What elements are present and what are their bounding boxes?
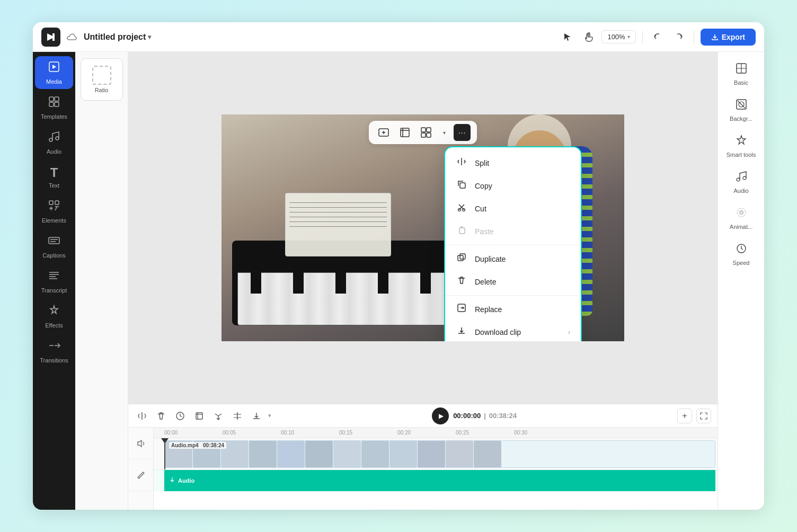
main-content: Media Templates (33, 52, 764, 510)
svg-rect-27 (458, 255, 463, 261)
right-tool-basic[interactable]: Basic (721, 58, 761, 90)
right-tool-background[interactable]: Backgr... (721, 94, 761, 126)
sidebar-item-elements[interactable]: Elements (35, 195, 73, 228)
sidebar-item-effects[interactable]: Effects (35, 300, 73, 333)
timeline-trim-button[interactable] (230, 409, 245, 423)
timeline-crop-button[interactable] (192, 409, 207, 423)
audio-track: Audio (154, 470, 718, 491)
app-container: Untitled project ▾ 100% ▾ (33, 22, 764, 510)
replace-label: Replace (475, 305, 570, 314)
download-clip-arrow-icon: › (568, 329, 570, 336)
basic-label: Basic (734, 79, 748, 86)
sidebar-item-transcript[interactable]: Transcript (35, 265, 73, 298)
more-options-button[interactable]: ··· (454, 124, 471, 141)
context-menu-copy[interactable]: Copy (445, 174, 581, 197)
sidebar-item-transitions[interactable]: Transitions (35, 335, 73, 368)
captions-icon (48, 234, 60, 250)
editor-area: ▾ ··· (128, 52, 718, 510)
add-to-timeline-button[interactable] (375, 124, 392, 141)
svg-point-6 (56, 137, 59, 140)
right-tool-animate[interactable]: Animat... (721, 202, 761, 234)
undo-button[interactable] (649, 29, 666, 46)
timeline-download-button[interactable] (249, 409, 264, 423)
layout-button[interactable] (418, 124, 435, 141)
time-current: 00:00:00 (453, 412, 481, 420)
right-tool-audio[interactable]: Audio (721, 166, 761, 198)
download-clip-icon (456, 326, 467, 338)
captions-label: Captions (42, 252, 65, 259)
context-menu-delete[interactable]: Delete (445, 270, 581, 293)
timeline-zoom-in-button[interactable]: + (677, 409, 692, 423)
ruler-mark-6: 00:30 (514, 430, 527, 436)
timeline-delete-button[interactable] (154, 409, 169, 423)
context-menu-split[interactable]: Split (445, 152, 581, 174)
ruler-mark-0: 00:00 (164, 430, 178, 436)
edit-label (128, 459, 153, 491)
layout-expand-button[interactable]: ▾ (439, 124, 449, 141)
svg-rect-4 (55, 102, 59, 107)
sidebar-item-text[interactable]: T Text (35, 161, 73, 193)
video-track: Audio.mp4 00:38:24 (154, 438, 718, 470)
crop-button[interactable] (396, 124, 413, 141)
speed-icon (736, 243, 747, 258)
elements-icon (48, 199, 60, 215)
timeline-tracks: 00:00 00:05 00:10 00:15 00:20 00:25 00:3… (128, 428, 718, 510)
export-button[interactable]: Export (701, 29, 756, 46)
right-tool-speed[interactable]: Speed (721, 238, 761, 270)
svg-rect-9 (49, 237, 59, 244)
play-button[interactable]: ▶ (432, 407, 449, 424)
sidebar-item-media[interactable]: Media (35, 56, 73, 89)
hand-tool-button[interactable] (580, 29, 597, 46)
background-icon (736, 99, 747, 113)
project-name[interactable]: Untitled project ▾ (84, 32, 151, 42)
delete-icon (456, 276, 467, 288)
right-sidebar: Basic Backgr... Smart to (718, 52, 764, 510)
timeline-split-button[interactable] (135, 409, 149, 423)
svg-point-50 (743, 176, 746, 180)
ratio-item[interactable]: Ratio (81, 58, 123, 101)
templates-icon (48, 95, 60, 111)
svg-rect-17 (401, 128, 409, 137)
sidebar-item-captions[interactable]: Captions (35, 230, 73, 263)
svg-point-51 (737, 208, 746, 217)
split-label: Split (475, 159, 570, 167)
redo-button[interactable] (670, 29, 687, 46)
svg-rect-7 (49, 201, 53, 205)
pointer-tool-button[interactable] (559, 29, 576, 46)
ratio-label: Ratio (95, 87, 109, 93)
right-tool-smart-tools[interactable]: Smart tools (721, 130, 761, 162)
duplicate-icon (456, 253, 467, 265)
timeline-speed-button[interactable] (173, 409, 188, 423)
video-clip[interactable]: Audio.mp4 00:38:24 (164, 440, 715, 468)
context-menu-duplicate[interactable]: Duplicate (445, 247, 581, 270)
ruler-mark-3: 00:15 (339, 430, 352, 436)
cloud-save-icon (67, 32, 77, 42)
timeline-fullscreen-button[interactable] (696, 409, 711, 423)
sidebar-item-templates[interactable]: Templates (35, 91, 73, 124)
export-label: Export (722, 33, 745, 41)
split-icon (456, 157, 467, 169)
video-preview: ▾ ··· (222, 114, 624, 341)
track-labels (128, 428, 154, 510)
svg-rect-20 (421, 133, 426, 137)
audio-clip[interactable]: Audio (164, 470, 715, 491)
replace-icon (456, 303, 467, 315)
effects-icon (48, 304, 60, 320)
animate-icon (736, 207, 747, 221)
context-menu-paste: Paste (445, 220, 581, 243)
svg-rect-21 (427, 133, 431, 137)
svg-rect-39 (196, 413, 202, 419)
top-bar: Untitled project ▾ 100% ▾ (33, 22, 764, 52)
copy-icon (456, 180, 467, 192)
ruler-mark-5: 00:25 (456, 430, 469, 436)
timeline-ai-cut-button[interactable] (211, 409, 226, 423)
sidebar-item-audio[interactable]: Audio (35, 126, 73, 159)
delete-label: Delete (475, 278, 570, 286)
zoom-selector[interactable]: 100% ▾ (601, 30, 635, 43)
context-menu-cut[interactable]: Cut (445, 197, 581, 220)
context-menu-replace[interactable]: Replace (445, 298, 581, 321)
svg-rect-2 (55, 97, 59, 101)
context-menu-download-clip[interactable]: Download clip › (445, 321, 581, 341)
transcript-icon (48, 269, 60, 285)
svg-point-5 (49, 138, 52, 141)
